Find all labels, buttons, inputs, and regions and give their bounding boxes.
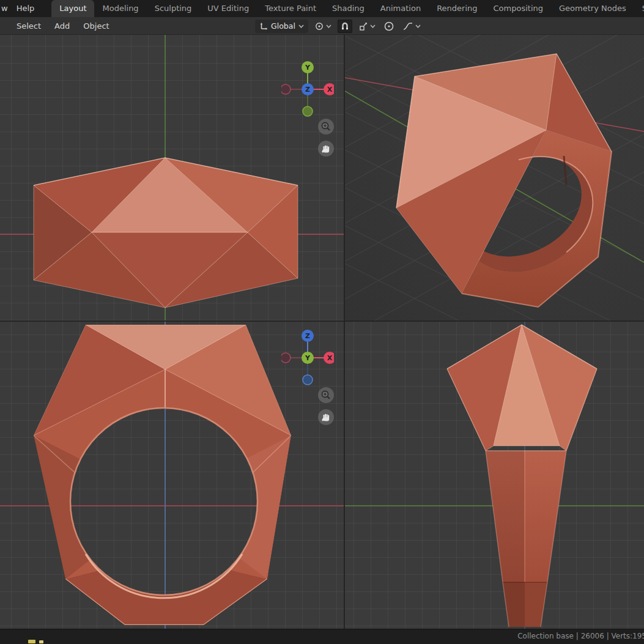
view-axis-gizmo-front[interactable]: Z Y X	[281, 327, 334, 386]
tool-cluster: Global	[255, 17, 422, 35]
axis-label-x: X	[327, 86, 333, 94]
proportional-edit-toggle[interactable]	[382, 20, 396, 33]
chevron-down-icon	[370, 24, 376, 28]
tab-uv-editing[interactable]: UV Editing	[199, 0, 257, 17]
hand-icon	[321, 412, 331, 423]
orientation-axes-icon	[259, 22, 268, 31]
snap-toggle[interactable]	[338, 20, 352, 33]
axis-label-x: X	[327, 354, 333, 362]
snap-settings-dropdown[interactable]	[357, 20, 377, 33]
tab-modeling[interactable]: Modeling	[94, 0, 146, 17]
statusbar-fragment	[28, 640, 35, 643]
axis-label-y: Y	[305, 354, 311, 362]
axis-label-z: Z	[305, 332, 310, 340]
tab-animation[interactable]: Animation	[372, 0, 429, 17]
tab-scripting[interactable]: Scripting	[634, 0, 644, 17]
snap-increment-icon	[358, 21, 368, 31]
menu-add[interactable]: Add	[48, 21, 76, 31]
tab-shading[interactable]: Shading	[324, 0, 372, 17]
zoom-button[interactable]	[318, 119, 334, 135]
chevron-down-icon	[298, 24, 304, 28]
chevron-down-icon	[326, 24, 331, 28]
viewport-header: Select Add Object Global	[0, 17, 644, 35]
pivot-dropdown[interactable]	[313, 20, 333, 33]
magnifier-icon	[320, 121, 331, 132]
statusbar: Collection base | 26006 | Verts:195	[0, 629, 644, 644]
proportional-circle-icon	[383, 21, 394, 32]
orientation-dropdown[interactable]: Global	[255, 20, 308, 33]
zoom-button[interactable]	[318, 387, 334, 403]
blender-window: w Help Layout Modeling Sculpting UV Edit…	[0, 0, 644, 644]
axis-ball-neg-x[interactable]	[281, 353, 291, 363]
falloff-curve-icon	[402, 21, 413, 31]
ring-perspective-view	[345, 35, 644, 320]
view-axis-gizmo-top[interactable]: Y Z X	[281, 59, 334, 117]
tab-sculpting[interactable]: Sculpting	[147, 0, 200, 17]
menu-object[interactable]: Object	[76, 21, 116, 31]
topbar: w Help Layout Modeling Sculpting UV Edit…	[0, 0, 644, 17]
magnifier-icon	[320, 390, 331, 401]
tab-geometry-nodes[interactable]: Geometry Nodes	[551, 0, 634, 17]
tab-texture-paint[interactable]: Texture Paint	[257, 0, 324, 17]
viewport-perspective[interactable]	[345, 35, 644, 320]
axis-ball-neg-y[interactable]	[303, 106, 313, 116]
magnet-icon	[340, 21, 350, 31]
chevron-down-icon	[415, 24, 421, 28]
axis-label-y: Y	[305, 64, 311, 72]
falloff-dropdown[interactable]	[401, 20, 422, 33]
statusbar-fragment	[39, 640, 43, 643]
axis-label-z: Z	[305, 86, 310, 94]
pan-button[interactable]	[318, 141, 334, 157]
tab-layout[interactable]: Layout	[51, 0, 94, 17]
tab-compositing[interactable]: Compositing	[486, 0, 552, 17]
menu-window-fragment[interactable]: w	[0, 0, 10, 17]
hand-icon	[321, 144, 331, 154]
axis-ball-neg-x[interactable]	[281, 84, 291, 94]
pan-button[interactable]	[318, 409, 334, 425]
orientation-value: Global	[271, 21, 295, 31]
viewport-side-ortho[interactable]	[345, 322, 644, 629]
tab-rendering[interactable]: Rendering	[429, 0, 485, 17]
scene-stats: Collection base | 26006 | Verts:195	[517, 632, 644, 640]
axis-ball-neg-z[interactable]	[303, 375, 313, 385]
menu-help[interactable]: Help	[10, 0, 41, 17]
ring-side-view	[345, 322, 644, 629]
pivot-point-icon	[314, 21, 324, 31]
menu-select[interactable]: Select	[10, 21, 48, 31]
workspace-tabs: Layout Modeling Sculpting UV Editing Tex…	[51, 0, 644, 17]
